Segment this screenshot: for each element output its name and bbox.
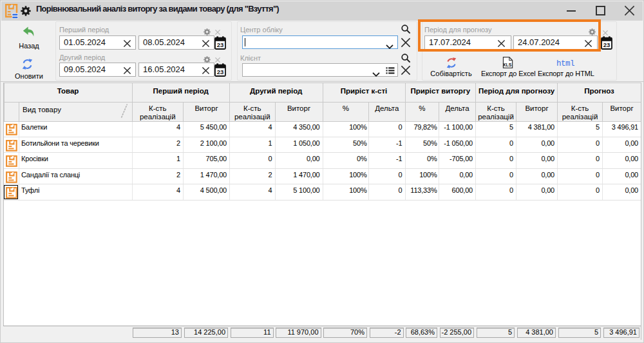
svg-text:23: 23 [217, 41, 224, 48]
svg-text:23: 23 [217, 68, 224, 75]
svg-text:XLS: XLS [503, 63, 512, 67]
svg-text:23: 23 [603, 41, 611, 48]
